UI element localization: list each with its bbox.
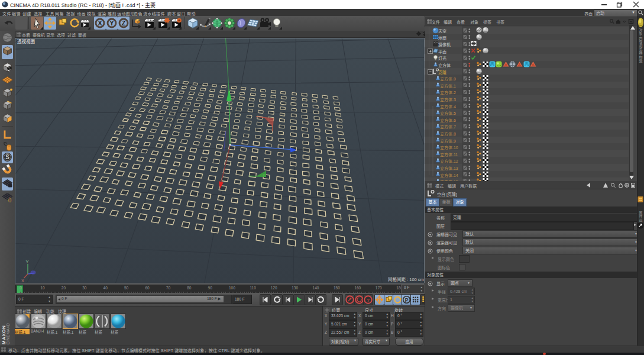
svg-text:Y: Y — [26, 259, 29, 264]
svg-text:S: S — [5, 154, 9, 160]
svg-text:X: X — [21, 278, 24, 283]
svg-text:P: P — [405, 297, 409, 303]
svg-text:透视视图: 透视视图 — [17, 38, 35, 44]
svg-text:?: ? — [367, 298, 370, 303]
svg-text:网格间距 : 100 cm: 网格间距 : 100 cm — [388, 276, 424, 282]
svg-text:Y: Y — [109, 20, 114, 27]
svg-text:X: X — [98, 20, 102, 27]
svg-text:Z: Z — [122, 20, 126, 27]
svg-text:(): () — [8, 197, 12, 203]
